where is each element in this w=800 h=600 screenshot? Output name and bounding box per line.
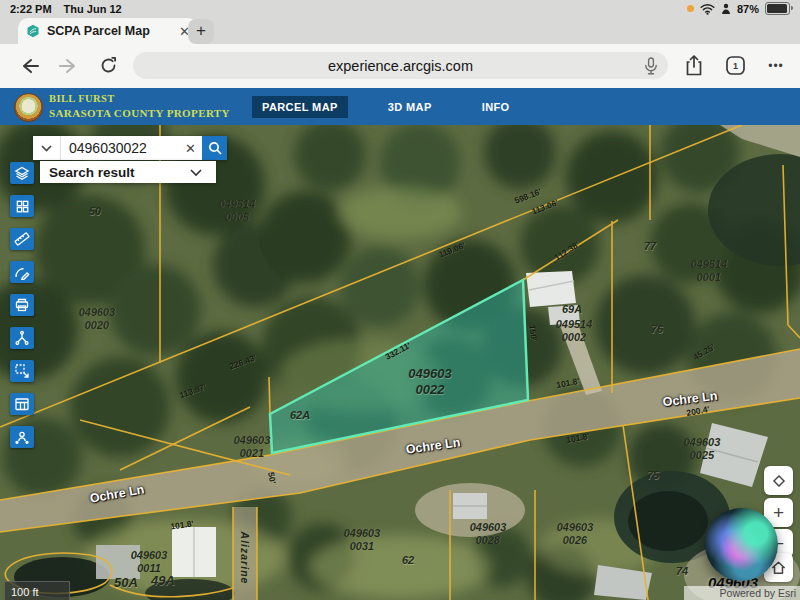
parcel-label: 0496030026 — [557, 521, 594, 547]
browser-toolbar: experience.arcgis.com 1 ••• — [0, 44, 800, 89]
org-title: BILL FURST SARASOTA COUNTY PROPERTY — [49, 92, 230, 121]
date: Thu Jun 12 — [64, 3, 122, 15]
battery-icon — [765, 2, 790, 15]
print-button[interactable] — [10, 294, 34, 316]
lot-number: 62A — [290, 409, 310, 422]
chevron-down-icon — [181, 165, 216, 180]
search-icon — [208, 141, 222, 155]
aerial-imagery — [0, 125, 800, 600]
lot-number: 62 — [402, 554, 414, 567]
siri-orb — [705, 508, 778, 581]
default-extent-button[interactable] — [764, 466, 793, 495]
lot-number: 50 — [89, 205, 101, 218]
mic-icon[interactable] — [644, 57, 658, 79]
lot-number: 76 — [651, 323, 663, 336]
clock: 2:22 PM — [10, 3, 52, 15]
browser-tab[interactable]: SCPA Parcel Map ✕ — [18, 18, 198, 44]
header-nav: PARCEL MAP 3D MAP INFO — [252, 88, 520, 125]
parcel-search: 0496030022 ✕ — [33, 136, 227, 160]
parcel-label: 0496030020 — [79, 306, 116, 332]
county-seal-logo — [14, 93, 43, 122]
scale-bar: 100 ft — [4, 581, 70, 600]
lot-number: 75 — [647, 469, 659, 482]
search-result-label: Search result — [40, 165, 181, 180]
url-text: experience.arcgis.com — [328, 58, 473, 74]
parcel-label: 0495140005 — [219, 198, 256, 224]
forward-button[interactable] — [56, 44, 82, 87]
back-button[interactable] — [16, 44, 42, 87]
svg-text:1: 1 — [732, 61, 737, 71]
lot-number: 69A — [562, 303, 582, 316]
tabs-button[interactable]: 1 — [722, 44, 748, 87]
tab-info[interactable]: INFO — [472, 96, 520, 118]
search-result-dropdown[interactable]: Search result — [40, 161, 216, 183]
measure-button[interactable] — [10, 228, 34, 250]
search-button[interactable] — [202, 136, 227, 160]
basemap-grid-button[interactable] — [10, 195, 34, 217]
parcel-label: 0496030011 — [131, 549, 168, 575]
reload-button[interactable] — [94, 44, 122, 87]
lot-number: 49A — [151, 573, 175, 589]
sketch-button[interactable] — [10, 261, 34, 283]
new-tab-button[interactable]: + — [188, 19, 214, 44]
parcel-label: 0496030031 — [344, 527, 381, 553]
tab-parcel-map[interactable]: PARCEL MAP — [252, 96, 348, 118]
share-icon[interactable] — [681, 44, 707, 87]
parcel-label-highlighted: 0496030022 — [408, 366, 451, 397]
tab-title: SCPA Parcel Map — [47, 24, 172, 38]
battery-percent: 87% — [737, 3, 759, 15]
location-icon — [721, 3, 731, 15]
scpa-header: BILL FURST SARASOTA COUNTY PROPERTY PARC… — [0, 88, 800, 125]
near-me-button[interactable] — [10, 426, 34, 448]
tab-3d-map[interactable]: 3D MAP — [378, 96, 442, 118]
parcel-label: 0495140002 — [556, 318, 593, 344]
parcel-label: 0496030028 — [470, 521, 507, 547]
widget-toolbar — [10, 162, 34, 448]
org-line1: BILL FURST — [49, 92, 230, 106]
search-clear-icon[interactable]: ✕ — [179, 136, 202, 160]
map-canvas[interactable]: 0495140005 0495140001 0496030020 0495140… — [0, 125, 800, 600]
table-button[interactable] — [10, 393, 34, 415]
wifi-icon — [700, 3, 715, 15]
parcel-label: 0495140001 — [691, 258, 728, 284]
address-bar[interactable]: experience.arcgis.com — [133, 52, 668, 79]
select-transform-button[interactable] — [10, 360, 34, 382]
lot-number: 74 — [676, 565, 688, 578]
tab-bar: 2:22 PM Thu Jun 12 87% SCPA Parcel Map ✕… — [0, 0, 800, 44]
dimension-label: 50' — [266, 471, 278, 484]
search-source-dropdown[interactable] — [33, 136, 61, 160]
status-bar: 2:22 PM Thu Jun 12 87% — [0, 0, 800, 17]
layers-button[interactable] — [10, 162, 34, 184]
ipad-screen: 2:22 PM Thu Jun 12 87% SCPA Parcel Map ✕… — [0, 0, 800, 600]
lot-number: 50A — [114, 575, 138, 591]
parcel-label: 0496030025 — [684, 436, 721, 462]
road-label-alizarine: Alizarine — [239, 532, 251, 585]
parcel-label: 0496030021 — [234, 434, 271, 460]
more-button[interactable]: ••• — [762, 44, 790, 87]
network-trace-button[interactable] — [10, 327, 34, 349]
dimension-label: 150' — [527, 324, 539, 341]
search-input[interactable]: 0496030022 — [61, 136, 179, 160]
lot-number: 77 — [644, 240, 656, 253]
mic-in-use-indicator — [687, 5, 694, 12]
map-attribution: Powered by Esri — [684, 586, 800, 600]
site-favicon — [26, 24, 40, 38]
org-line2: SARASOTA COUNTY PROPERTY — [49, 106, 230, 121]
